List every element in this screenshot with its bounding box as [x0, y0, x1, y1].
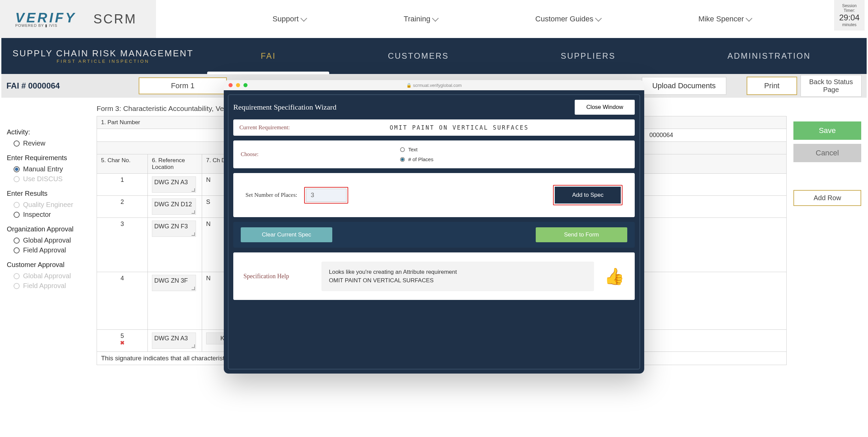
delete-icon[interactable]: ✖: [101, 340, 143, 346]
thumbs-up-icon: 👍: [604, 267, 625, 286]
current-requirement-bar: Current Requirement: OMIT PAINT ON VERTI…: [233, 119, 635, 136]
radio-manual-entry[interactable]: Manual Entry: [14, 165, 90, 173]
places-label: Set Number of Places:: [245, 192, 297, 198]
sidebar: Activity: Review Enter Requirements Manu…: [7, 104, 90, 365]
modal-titlebar: 🔒 scrmuat.verifyglobal.com: [224, 80, 644, 90]
back-to-status-button[interactable]: Back to Status Page: [801, 75, 862, 97]
current-requirement-label: Current Requirement:: [239, 124, 290, 131]
chevron-down-icon: [746, 15, 752, 22]
fai-number: FAI # 0000064: [6, 81, 135, 91]
places-input-highlight: [304, 187, 348, 204]
tab-customers[interactable]: CUSTOMERS: [374, 38, 462, 74]
nav-training[interactable]: Training: [404, 15, 438, 23]
char-no: 4: [97, 272, 148, 330]
tab-administration[interactable]: ADMINISTRATION: [714, 38, 824, 74]
ref-location-input[interactable]: DWG ZN A3: [152, 176, 196, 193]
enter-results-label: Enter Results: [7, 190, 90, 197]
close-window-button[interactable]: Close Window: [575, 100, 635, 115]
places-input[interactable]: [306, 189, 347, 202]
ref-location-input[interactable]: DWG ZN F3: [152, 221, 196, 237]
nav-user[interactable]: Mike Spencer: [698, 15, 752, 23]
right-buttons: Save Cancel Add Row: [793, 104, 861, 365]
cust-approval-label: Customer Approval: [7, 261, 90, 269]
session-time: 29:04: [839, 13, 860, 22]
product-logo: SCRM: [93, 12, 137, 26]
brand-block: VERIFY POWERED BY ▮ IVIS SCRM: [0, 0, 156, 38]
add-row-button[interactable]: Add Row: [793, 190, 861, 206]
ref-location-input[interactable]: DWG ZN D12: [152, 198, 196, 215]
clear-current-spec-button[interactable]: Clear Current Spec: [241, 227, 332, 242]
app-title-sub: FIRST ARTICLE INSPECTION: [1, 59, 205, 64]
radio-quality-engineer: Quality Engineer: [14, 201, 90, 209]
chevron-down-icon: [595, 15, 602, 22]
modal-window: 🔒 scrmuat.verifyglobal.com Requirement S…: [224, 80, 644, 374]
session-unit: minutes: [839, 22, 860, 27]
add-to-spec-button[interactable]: Add to Spec: [555, 187, 621, 204]
help-box: Specification Help Looks like you're cre…: [233, 252, 635, 300]
help-label: Specification Help: [243, 273, 311, 280]
char-no: 3: [97, 218, 148, 272]
col-char-no: 5. Char No.: [97, 154, 148, 174]
modal-url: 🔒 scrmuat.verifyglobal.com: [406, 83, 461, 88]
top-nav: Support Training Customer Guides Mike Sp…: [156, 15, 868, 23]
radio-cust-field: Field Approval: [14, 282, 90, 290]
session-label: Session Timer:: [839, 3, 860, 13]
maximize-window-icon[interactable]: [243, 83, 248, 87]
radio-inspector[interactable]: Inspector: [14, 211, 90, 218]
org-approval-label: Organization Approval: [7, 225, 90, 233]
ref-location-input[interactable]: DWG ZN 3F: [152, 275, 196, 291]
session-timer: Session Timer: 29:04 minutes: [834, 0, 865, 31]
cancel-button: Cancel: [793, 144, 861, 162]
activity-label: Activity:: [7, 128, 90, 136]
tab-suppliers[interactable]: SUPPLIERS: [547, 38, 629, 74]
send-to-form-button[interactable]: Send to Form: [536, 227, 627, 242]
logo-tagline: POWERED BY ▮ IVIS: [15, 23, 76, 28]
col-ref-location: 6. Reference Location: [148, 154, 202, 174]
radio-cust-global: Global Approval: [14, 272, 90, 280]
modal-title: Requirement Specification Wizard: [233, 103, 336, 112]
print-button[interactable]: Print: [747, 77, 797, 95]
ref-location-input[interactable]: DWG ZN A3: [152, 332, 196, 349]
radio-num-places[interactable]: # of Places: [400, 156, 433, 162]
char-no: 5: [101, 332, 143, 340]
enter-requirements-label: Enter Requirements: [7, 154, 90, 162]
form1-button[interactable]: Form 1: [139, 77, 227, 94]
minimize-window-icon[interactable]: [236, 83, 240, 87]
chevron-down-icon: [300, 15, 307, 22]
main-nav: SUPPLY CHAIN RISK MANAGEMENT FIRST ARTIC…: [1, 38, 867, 74]
char-no: 1: [97, 174, 148, 196]
close-window-icon[interactable]: [229, 83, 233, 87]
nav-support[interactable]: Support: [273, 15, 306, 23]
tab-fai[interactable]: FAI: [247, 38, 290, 74]
radio-text[interactable]: Text: [400, 147, 433, 152]
top-header: VERIFY POWERED BY ▮ IVIS SCRM Support Tr…: [0, 0, 868, 38]
radio-org-global[interactable]: Global Approval: [14, 236, 90, 244]
add-to-spec-highlight: Add to Spec: [553, 185, 623, 205]
upload-documents-button[interactable]: Upload Documents: [642, 77, 726, 95]
places-box: Set Number of Places: Add to Spec: [233, 173, 635, 217]
nav-guides[interactable]: Customer Guides: [535, 15, 601, 23]
actions-box: Clear Current Spec Send to Form: [233, 222, 635, 248]
verify-logo: VERIFY POWERED BY ▮ IVIS: [15, 10, 76, 28]
choose-bar: Choose: Text # of Places: [233, 140, 635, 168]
save-button[interactable]: Save: [793, 121, 861, 140]
radio-org-field[interactable]: Field Approval: [14, 246, 90, 254]
current-requirement-value: OMIT PAINT ON VERTICAL SURFACES: [290, 124, 629, 131]
chevron-down-icon: [432, 15, 439, 22]
radio-use-discus: Use DISCUS: [14, 175, 90, 183]
char-no: 2: [97, 196, 148, 218]
radio-review[interactable]: Review: [14, 139, 90, 147]
help-content: Looks like you're creating an Attribute …: [321, 262, 594, 291]
choose-label: Choose:: [241, 151, 387, 157]
app-title-main: SUPPLY CHAIN RISK MANAGEMENT: [1, 48, 205, 59]
app-title: SUPPLY CHAIN RISK MANAGEMENT FIRST ARTIC…: [1, 48, 205, 64]
